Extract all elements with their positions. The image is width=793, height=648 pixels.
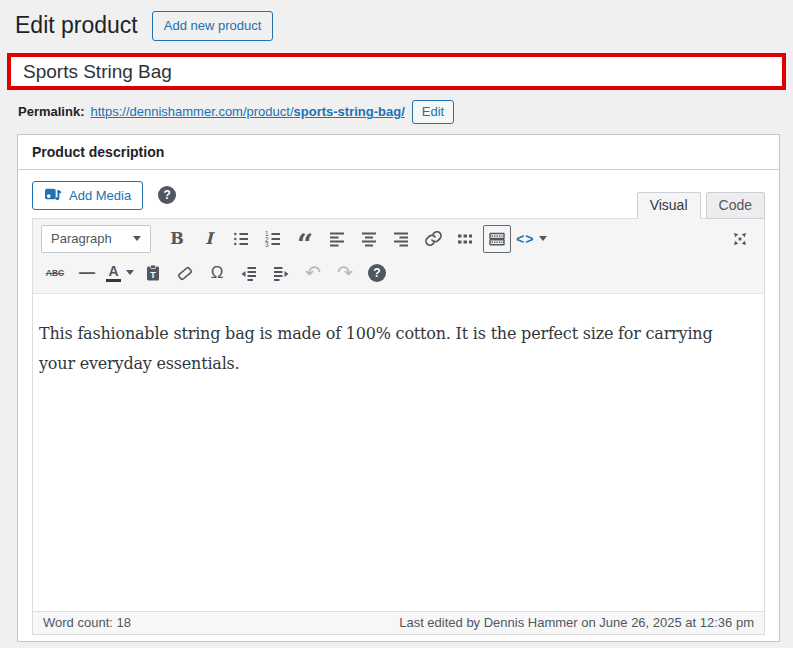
read-more-tag-button[interactable] [451,225,479,253]
svg-text:3: 3 [265,240,269,247]
outdent-icon [239,263,259,283]
insert-link-button[interactable] [419,225,447,253]
outdent-button[interactable] [235,259,263,287]
product-description-panel: Product description Add Media ? Visual [17,134,780,642]
editor-status-bar: Word count: 18 Last edited by Dennis Ham… [33,611,764,634]
last-edited-text: Last edited by Dennis Hammer on June 26,… [399,615,754,630]
strikethrough-icon: ABC [46,268,64,278]
add-media-button[interactable]: Add Media [32,181,143,210]
horizontal-rule-button[interactable]: — [73,259,101,287]
permalink-edit-button[interactable]: Edit [412,100,454,124]
bullet-list-icon [231,229,251,249]
editor-help-icon[interactable]: ? [158,186,176,204]
special-character-button[interactable]: Ω [203,259,231,287]
editor-container: Paragraph B I 1 2 3 [32,218,765,635]
blockquote-icon: “ [297,228,313,250]
code-brackets-icon: <> [516,231,534,247]
horizontal-rule-icon: — [79,264,95,282]
permalink: Permalink: https://dennishammer.com/prod… [18,100,793,124]
numbered-list-icon: 1 2 3 [263,229,283,249]
fullscreen-button[interactable] [726,225,754,253]
strikethrough-button[interactable]: ABC [41,259,69,287]
fullscreen-icon [730,229,750,249]
add-new-product-button[interactable]: Add new product [152,11,274,41]
text-color-icon: A [106,264,121,282]
align-left-button[interactable] [323,225,351,253]
page-title: Edit product [15,11,138,41]
media-icon [44,186,62,205]
keyboard-icon [487,229,507,249]
align-left-icon [327,229,347,249]
redo-button[interactable]: ↷ [331,259,359,287]
blockquote-button[interactable]: “ [291,225,319,253]
editor-content-area[interactable]: This fashionable string bag is made of 1… [33,294,764,611]
paste-as-text-button[interactable]: T [139,259,167,287]
keyboard-shortcuts-help-button[interactable]: ? [363,259,391,287]
paragraph-format-select[interactable]: Paragraph [41,225,151,253]
page-header: Edit product Add new product [0,0,793,41]
chevron-down-icon [126,270,134,275]
product-title-input[interactable] [11,57,782,86]
omega-icon: Ω [211,263,224,283]
word-count-label: Word count: [43,615,113,630]
read-more-icon [455,229,475,249]
permalink-label: Permalink: [18,104,84,119]
undo-button[interactable]: ↶ [299,259,327,287]
shortcode-button[interactable]: <> [515,225,548,253]
bold-button[interactable]: B [163,225,191,253]
editor-toolbar: Paragraph B I 1 2 3 [33,219,764,294]
add-media-label: Add Media [69,188,131,203]
eraser-icon [175,263,195,283]
align-center-button[interactable] [355,225,383,253]
chevron-down-icon [539,236,547,241]
indent-button[interactable] [267,259,295,287]
tab-visual[interactable]: Visual [637,192,701,219]
panel-title: Product description [18,135,779,170]
bullet-list-button[interactable] [227,225,255,253]
align-right-icon [391,229,411,249]
clear-formatting-button[interactable] [171,259,199,287]
undo-icon: ↶ [305,261,321,284]
permalink-link[interactable]: https://dennishammer.com/product/sports-… [90,104,404,119]
toolbar-toggle-button[interactable] [483,225,511,253]
align-right-button[interactable] [387,225,415,253]
highlight-box [7,53,786,90]
align-center-icon [359,229,379,249]
editor-tabs: Visual Code [637,192,765,219]
text-color-button[interactable]: A [105,259,135,287]
paste-text-icon: T [143,263,163,283]
tab-code[interactable]: Code [706,192,765,219]
redo-icon: ↷ [337,261,353,284]
word-count: Word count: 18 [43,615,131,630]
italic-button[interactable]: I [195,225,223,253]
permalink-url-base: https://dennishammer.com/product/ [90,104,293,119]
editor-tools: Add Media ? Visual Code [18,170,779,218]
bold-icon: B [170,229,184,248]
svg-text:T: T [150,269,156,279]
numbered-list-button[interactable]: 1 2 3 [259,225,287,253]
toolbar-row-1: Paragraph B I 1 2 3 [37,222,760,256]
product-description-text: This fashionable string bag is made of 1… [39,319,750,379]
paragraph-select-value: Paragraph [51,231,112,246]
word-count-value: 18 [116,615,130,630]
chevron-down-icon [133,236,141,241]
italic-icon: I [205,229,212,248]
help-icon: ? [368,264,386,282]
link-icon [424,229,443,248]
indent-icon [271,263,291,283]
toolbar-row-2: ABC — A T [37,256,760,290]
permalink-url-slug: sports-string-bag/ [294,104,405,119]
